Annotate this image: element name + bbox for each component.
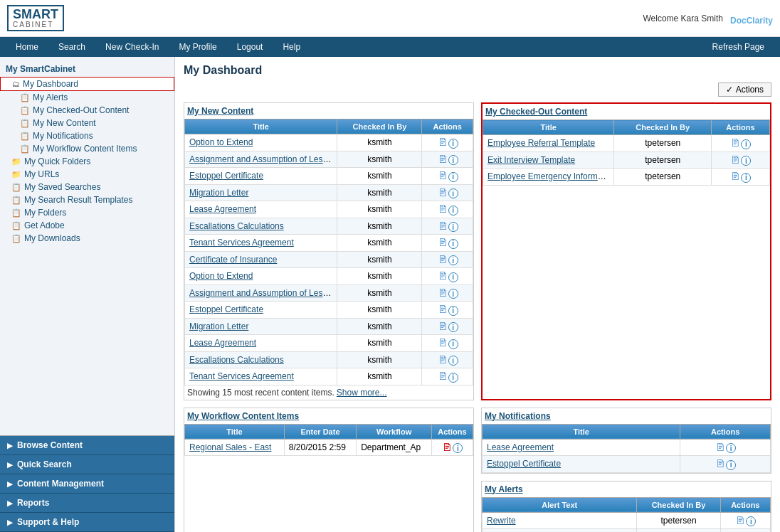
content-title-link[interactable]: Tenant Services Agreement (189, 238, 294, 248)
sidebar-item-my-quick-folders[interactable]: 📁 My Quick Folders (0, 155, 174, 168)
doc-action-icon[interactable]: 🖹 (438, 354, 448, 366)
sidebar-section-content-management[interactable]: ▶ Content Management (0, 474, 174, 494)
new-content-title[interactable]: My New Content (184, 103, 473, 119)
doc-action-icon[interactable]: 🖹 (438, 137, 448, 148)
content-title-link[interactable]: Assignment and Assumption of Lessors In (189, 154, 337, 164)
checked-out-title-link[interactable]: Exit Interview Template (488, 155, 575, 165)
content-title-link[interactable]: Lease Agreement (189, 204, 256, 214)
sidebar-item-my-workflow[interactable]: 📋 My Workflow Content Items (0, 142, 174, 155)
sidebar-section-quick-search[interactable]: ▶ Quick Search (0, 455, 174, 474)
sidebar-item-my-downloads[interactable]: 📋 My Downloads (0, 232, 174, 245)
doc-action-icon[interactable]: 🖹 (438, 287, 448, 299)
info-action-icon[interactable]: i (448, 239, 458, 249)
doc-action-icon[interactable]: 🖹 (438, 270, 448, 282)
nav-help[interactable]: Help (273, 39, 310, 55)
content-title-link[interactable]: Estoppel Certificate (189, 171, 263, 181)
content-title-link[interactable]: Certificate of Insurance (189, 255, 277, 265)
sidebar-item-my-alerts[interactable]: 📋 My Alerts (0, 91, 174, 104)
notification-title-link[interactable]: Estoppel Certificate (487, 459, 561, 469)
info-action-icon[interactable]: i (448, 139, 458, 149)
info-action-icon[interactable]: i (448, 172, 458, 182)
sidebar-item-my-urls[interactable]: 📁 My URLs (0, 168, 174, 181)
doc-action-icon[interactable]: 🖹 (730, 154, 740, 166)
doc-action-icon[interactable]: 🖹 (438, 254, 448, 265)
doc-action-icon[interactable]: 🖹 (438, 321, 448, 332)
info-icon[interactable]: i (453, 443, 463, 453)
info-action-icon[interactable]: i (448, 272, 458, 282)
doc-action-icon[interactable]: 🖹 (438, 337, 448, 349)
content-title-link[interactable]: Lease Agreement (189, 338, 256, 348)
alerts-title[interactable]: My Alerts (482, 482, 771, 497)
info-action-icon[interactable]: i (448, 255, 458, 265)
actions-dropdown[interactable]: ✓ Actions (718, 83, 771, 97)
notifications-title[interactable]: My Notifications (482, 408, 771, 424)
sidebar-item-my-dashboard[interactable]: 🗂 My Dashboard (0, 77, 174, 91)
content-title-link[interactable]: Escallations Calculations (189, 221, 284, 231)
doc-action-icon[interactable]: 🖹 (438, 187, 448, 198)
refresh-page-button[interactable]: Refresh Page (702, 39, 774, 55)
sidebar-section-browse-content[interactable]: ▶ Browse Content (0, 436, 174, 455)
doc-action-icon[interactable]: 🖹 (438, 371, 448, 382)
doc-red-icon[interactable]: 🖹 (442, 442, 452, 453)
sidebar-item-my-saved-searches[interactable]: 📋 My Saved Searches (0, 181, 174, 193)
show-more-link[interactable]: Show more... (337, 388, 387, 398)
info-action-icon[interactable]: i (726, 460, 736, 470)
info-action-icon[interactable]: i (448, 188, 458, 198)
info-action-icon[interactable]: i (448, 289, 458, 299)
content-title-link[interactable]: Migration Letter (189, 321, 248, 331)
nav-logout[interactable]: Logout (227, 39, 273, 55)
main-layout: My SmartCabinet 🗂 My Dashboard 📋 My Aler… (0, 57, 780, 532)
sidebar-item-my-new-content[interactable]: 📋 My New Content (0, 117, 174, 129)
info-action-icon[interactable]: i (741, 139, 751, 149)
doc-action-icon[interactable]: 🖹 (438, 170, 448, 181)
checked-out-title-link[interactable]: Employee Emergency Information Templa (488, 171, 614, 181)
doc-action-icon[interactable]: 🖹 (735, 515, 745, 526)
top-header: SMART CABINET Welcome Kara Smith DocClar… (0, 0, 780, 37)
sidebar-item-search-result-templates[interactable]: 📋 My Search Result Templates (0, 193, 174, 206)
content-title-link[interactable]: Escallations Calculations (189, 355, 284, 365)
nav-new-checkin[interactable]: New Check-In (95, 39, 169, 55)
info-action-icon[interactable]: i (448, 373, 458, 383)
doc-action-icon[interactable]: 🖹 (730, 137, 740, 149)
content-title-link[interactable]: Option to Extend (189, 137, 253, 147)
alert-title-link[interactable]: Rewrite (487, 516, 516, 526)
info-action-icon[interactable]: i (726, 443, 736, 453)
doc-action-icon[interactable]: 🖹 (715, 442, 725, 453)
info-action-icon[interactable]: i (448, 322, 458, 332)
notification-title-link[interactable]: Lease Agreement (487, 442, 554, 452)
doc-action-icon[interactable]: 🖹 (715, 458, 725, 469)
content-title-link[interactable]: Assignment and Assumption of Lessors In (189, 288, 337, 298)
sidebar-item-get-adobe[interactable]: 📋 Get Adobe (0, 219, 174, 232)
info-action-icon[interactable]: i (448, 222, 458, 232)
content-title-link[interactable]: Tenant Services Agreement (189, 371, 294, 381)
content-title-link[interactable]: Estoppel Certificate (189, 304, 263, 314)
info-action-icon[interactable]: i (741, 173, 751, 183)
checked-out-title[interactable]: My Checked-Out Content (483, 104, 770, 119)
info-action-icon[interactable]: i (448, 339, 458, 349)
doc-action-icon[interactable]: 🖹 (438, 304, 448, 315)
workflow-title-link[interactable]: Regional Sales - East (189, 442, 271, 452)
info-action-icon[interactable]: i (448, 206, 458, 216)
sidebar-item-my-checked-out[interactable]: 📋 My Checked-Out Content (0, 104, 174, 117)
sidebar-section-support-help[interactable]: ▶ Support & Help (0, 513, 174, 532)
workflow-title[interactable]: My Workflow Content Items (184, 408, 473, 424)
nav-my-profile[interactable]: My Profile (169, 39, 226, 55)
doc-action-icon[interactable]: 🖹 (438, 203, 448, 215)
info-action-icon[interactable]: i (448, 356, 458, 366)
info-action-icon[interactable]: i (746, 516, 756, 526)
info-action-icon[interactable]: i (448, 155, 458, 165)
sidebar-section-reports[interactable]: ▶ Reports (0, 494, 174, 513)
doc-action-icon[interactable]: 🖹 (438, 220, 448, 232)
nav-home[interactable]: Home (6, 39, 48, 55)
content-title-link[interactable]: Migration Letter (189, 188, 248, 198)
info-action-icon[interactable]: i (448, 306, 458, 316)
doc-action-icon[interactable]: 🖹 (438, 237, 448, 248)
info-action-icon[interactable]: i (741, 156, 751, 166)
checked-out-title-link[interactable]: Employee Referral Template (488, 138, 595, 148)
nav-search[interactable]: Search (48, 39, 95, 55)
doc-action-icon[interactable]: 🖹 (438, 154, 448, 165)
sidebar-item-my-notifications[interactable]: 📋 My Notifications (0, 129, 174, 142)
sidebar-item-my-folders[interactable]: 📋 My Folders (0, 206, 174, 219)
content-title-link[interactable]: Option to Extend (189, 271, 253, 281)
doc-action-icon[interactable]: 🖹 (730, 171, 740, 182)
